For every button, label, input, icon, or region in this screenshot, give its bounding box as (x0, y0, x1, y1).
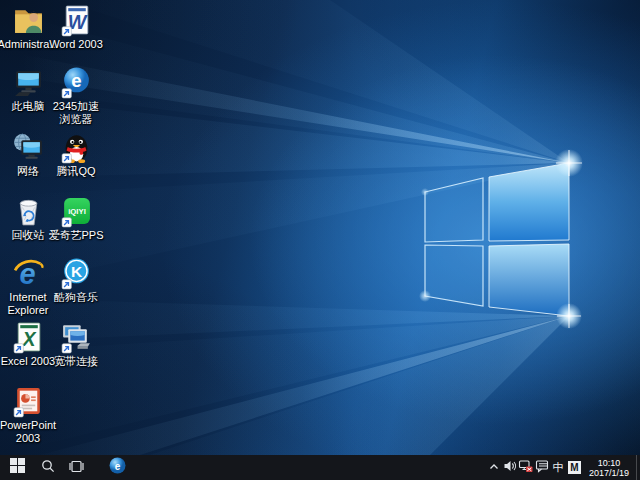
start-button[interactable] (0, 455, 34, 480)
powerpoint-icon (12, 385, 45, 418)
taskbar-clock[interactable]: 10:10 2017/1/19 (583, 458, 636, 478)
network-disconnected-icon (518, 459, 533, 477)
network-icon (12, 131, 45, 164)
svg-text:e: e (71, 70, 81, 91)
speaker-icon (503, 459, 517, 477)
desktop-icon-broadband[interactable]: 宽带连接 (48, 321, 104, 368)
desktop-icon-label: Word 2003 (49, 38, 103, 51)
desktop-icon-kugou-music[interactable]: K 酷狗音乐 (48, 257, 104, 304)
message-bubble-icon (535, 459, 549, 477)
desktop-icon-tencent-qq[interactable]: 腾讯QQ (48, 131, 104, 178)
desktop-icon-label: 网络 (17, 165, 39, 178)
excel-icon: X (12, 321, 45, 354)
clock-date: 2017/1/19 (589, 468, 629, 478)
desktop-icon-label: 此电脑 (12, 100, 45, 113)
word-icon: W (60, 4, 93, 37)
svg-text:X: X (21, 328, 37, 350)
svg-text:K: K (70, 263, 82, 280)
broadband-connection-icon (60, 321, 93, 354)
desktop-icon-label: 酷狗音乐 (54, 291, 98, 304)
messages-button[interactable] (534, 455, 550, 480)
svg-text:iQIYI: iQIYI (68, 207, 86, 216)
2345-browser-taskbar-icon: e (109, 457, 126, 478)
network-status-button[interactable] (518, 455, 534, 480)
kugou-icon: K (60, 257, 93, 290)
2345-browser-icon: e (60, 66, 93, 99)
internet-explorer-icon: e (12, 257, 45, 290)
iqiyi-icon: iQIYI (60, 195, 93, 228)
taskbar: e (0, 455, 640, 480)
task-view-icon (69, 459, 84, 477)
desktop-icon-label: 2345加速浏览器 (48, 100, 104, 126)
qq-penguin-icon (60, 131, 93, 164)
show-desktop-button[interactable] (636, 455, 640, 480)
svg-text:e: e (114, 461, 120, 472)
taskbar-2345-browser-button[interactable]: e (100, 455, 134, 480)
clock-time: 10:10 (589, 458, 629, 468)
search-icon (41, 459, 55, 477)
desktop-icon-iqiyi-pps[interactable]: iQIYI 爱奇艺PPS (48, 195, 104, 242)
user-folder-icon (12, 4, 45, 37)
desktop-icon-label: 爱奇艺PPS (48, 229, 103, 242)
windows-logo-icon (10, 458, 25, 477)
desktop-icon-powerpoint-2003[interactable]: PowerPoint 2003 (0, 385, 56, 445)
desktop-icon-label: 腾讯QQ (56, 165, 95, 178)
chevron-up-icon (488, 459, 500, 477)
search-button[interactable] (34, 455, 62, 480)
desktop-icon-label: 宽带连接 (54, 355, 98, 368)
recycle-bin-icon (12, 195, 45, 228)
system-tray: 中 M 10:10 2017/1/19 (486, 455, 640, 480)
desktop-background[interactable]: Administra... W Word 2003 (0, 0, 640, 455)
ime-mode-indicator[interactable]: 中 (550, 455, 566, 480)
windows-desktop-screen: Administra... W Word 2003 (0, 0, 640, 480)
volume-button[interactable] (502, 455, 518, 480)
ime-language-badge[interactable]: M (568, 461, 581, 474)
task-view-button[interactable] (62, 455, 90, 480)
desktop-icon-label: PowerPoint 2003 (0, 419, 56, 445)
computer-icon (12, 66, 45, 99)
desktop-icon-2345-browser[interactable]: e 2345加速浏览器 (48, 66, 104, 126)
hidden-icons-button[interactable] (486, 455, 502, 480)
desktop-icon-word-2003[interactable]: W Word 2003 (48, 4, 104, 51)
desktop-icon-label: 回收站 (12, 229, 45, 242)
